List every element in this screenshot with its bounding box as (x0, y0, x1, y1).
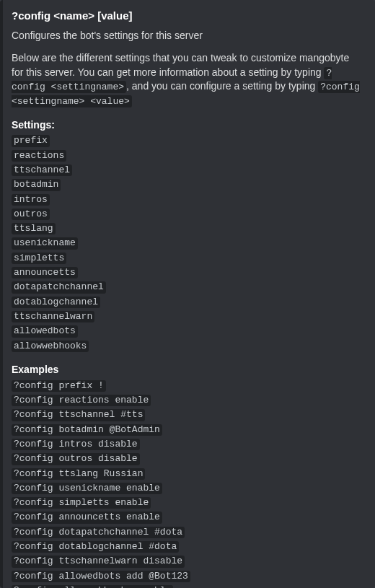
setting-item: reactions (12, 150, 66, 162)
example-item: ?config ttschannelwarn disable (12, 556, 185, 567)
setting-item: dotablogchannel (12, 297, 100, 308)
example-item: ?config botadmin @BotAdmin (12, 424, 162, 436)
intro-paragraph: Below are the different settings that yo… (12, 51, 363, 107)
example-item: ?config reactions enable (12, 395, 151, 406)
embed-description: Configures the bot's settings for this s… (12, 29, 363, 43)
discord-embed: ?config <name> [value] Configures the bo… (0, 0, 375, 588)
setting-item: botadmin (12, 179, 61, 190)
setting-item: usenickname (12, 237, 78, 249)
intro-text-1: Below are the different settings that yo… (12, 52, 349, 78)
setting-item: announcetts (12, 267, 78, 278)
example-item: ?config usenickname enable (12, 483, 162, 494)
setting-item: ttslang (12, 223, 56, 234)
setting-item: allowwebhooks (12, 341, 89, 352)
example-item: ?config allowwebhooks enable (12, 585, 173, 588)
setting-item: allowedbots (12, 325, 78, 337)
example-item: ?config intros disable (12, 439, 140, 450)
example-item: ?config dotapatchchannel #dota (12, 527, 185, 538)
example-item: ?config ttslang Russian (12, 468, 145, 480)
example-item: ?config dotablogchannel #dota (12, 541, 179, 553)
intro-text-2: , and you can configure a setting by typ… (126, 80, 318, 92)
example-item: ?config simpletts enable (12, 497, 151, 509)
setting-item: ttschannelwarn (12, 311, 94, 322)
embed-title: ?config <name> [value] (12, 9, 363, 23)
example-item: ?config prefix ! (12, 380, 106, 392)
examples-header: Examples (12, 363, 363, 377)
setting-item: prefix (12, 135, 50, 146)
setting-item: simpletts (12, 253, 66, 264)
setting-item: outros (12, 209, 50, 220)
setting-item: dotapatchchannel (12, 281, 106, 293)
example-item: ?config announcetts enable (12, 512, 162, 523)
setting-item: intros (12, 194, 50, 206)
examples-list: ?config prefix !?config reactions enable… (12, 378, 363, 588)
settings-list: prefixreactionsttschannelbotadminintroso… (12, 133, 363, 352)
example-item: ?config allowedbots add @Bot123 (12, 571, 190, 582)
setting-item: ttschannel (12, 164, 72, 176)
settings-header: Settings: (12, 118, 363, 132)
embed-content: ?config <name> [value] Configures the bo… (3, 0, 375, 588)
example-item: ?config ttschannel #tts (12, 409, 145, 421)
example-item: ?config outros disable (12, 453, 140, 465)
